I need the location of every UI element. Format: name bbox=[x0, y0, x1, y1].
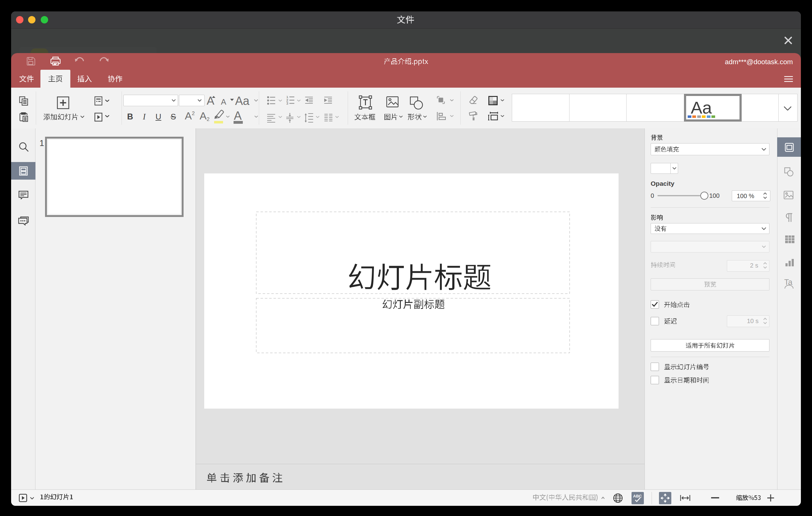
svg-text:ABC: ABC bbox=[633, 494, 642, 498]
svg-text:3: 3 bbox=[286, 102, 288, 105]
